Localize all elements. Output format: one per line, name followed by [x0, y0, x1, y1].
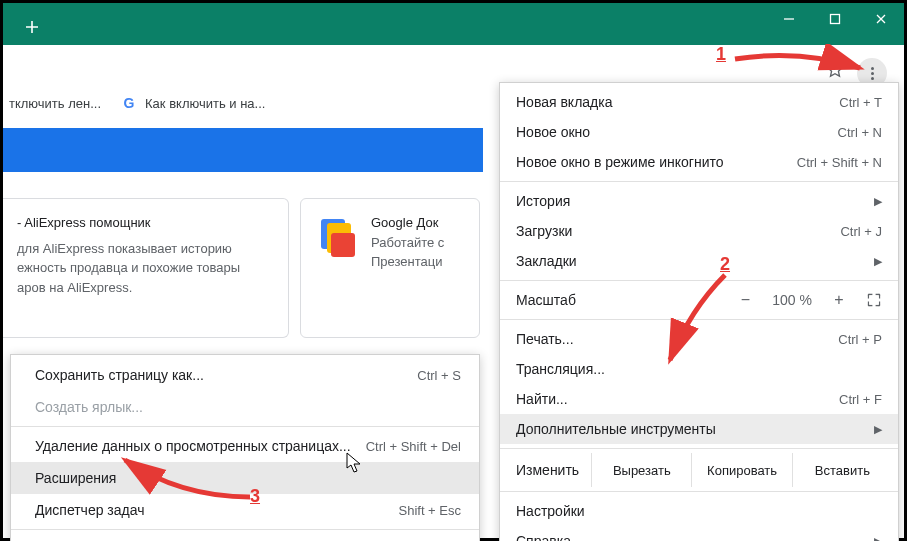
zoom-out-button[interactable]: −: [734, 291, 756, 309]
submenu-dev-tools[interactable]: Инструменты разработчика Ctrl + Shift + …: [11, 533, 479, 541]
minimize-button[interactable]: [766, 3, 812, 35]
annotation-number-2: 2: [720, 254, 730, 275]
extension-card-aliexpress: - AliExpress помощник для AliExpress пок…: [3, 198, 289, 338]
menu-help[interactable]: Справка ▶: [500, 526, 898, 541]
menu-cut[interactable]: Вырезать: [591, 453, 691, 487]
new-tab-button[interactable]: [17, 12, 47, 42]
submenu-extensions[interactable]: Расширения: [11, 462, 479, 494]
menu-settings[interactable]: Настройки: [500, 496, 898, 526]
menu-zoom: Масштаб − 100 % +: [500, 285, 898, 315]
submenu-save-page[interactable]: Сохранить страницу как... Ctrl + S: [11, 359, 479, 391]
menu-more-tools[interactable]: Дополнительные инструменты ▶: [500, 414, 898, 444]
close-button[interactable]: [858, 3, 904, 35]
menu-incognito[interactable]: Новое окно в режиме инкогнито Ctrl + Shi…: [500, 147, 898, 177]
zoom-in-button[interactable]: +: [828, 291, 850, 309]
menu-paste[interactable]: Вставить: [792, 453, 892, 487]
annotation-number-3: 3: [250, 486, 260, 507]
bookmark-item[interactable]: тключить лен...: [9, 96, 101, 111]
menu-bookmarks[interactable]: Закладки ▶: [500, 246, 898, 276]
content-header-band: [3, 128, 483, 172]
bookmark-label: Как включить и на...: [145, 96, 265, 111]
fullscreen-icon[interactable]: [868, 294, 881, 307]
card-title: - AliExpress помощник: [17, 213, 274, 233]
card-title: Google Док: [371, 213, 444, 233]
menu-new-window[interactable]: Новое окно Ctrl + N: [500, 117, 898, 147]
chevron-right-icon: ▶: [874, 255, 882, 268]
menu-find[interactable]: Найти... Ctrl + F: [500, 384, 898, 414]
menu-copy[interactable]: Копировать: [691, 453, 791, 487]
submenu-task-manager[interactable]: Диспетчер задач Shift + Esc: [11, 494, 479, 526]
maximize-button[interactable]: [812, 3, 858, 35]
bookmark-label: тключить лен...: [9, 96, 101, 111]
zoom-value: 100 %: [772, 292, 812, 308]
extension-card-google-docs: Google Док Работайте с Презентаци: [300, 198, 480, 338]
annotation-number-1: 1: [716, 44, 726, 65]
chevron-right-icon: ▶: [874, 423, 882, 436]
menu-cast[interactable]: Трансляция...: [500, 354, 898, 384]
mouse-cursor-icon: [346, 452, 364, 474]
chevron-right-icon: ▶: [874, 535, 882, 542]
submenu-create-shortcut: Создать ярлык...: [11, 391, 479, 423]
menu-edit-row: Изменить Вырезать Копировать Вставить: [500, 453, 898, 487]
bookmark-item[interactable]: G Как включить и на...: [121, 95, 265, 111]
menu-new-tab[interactable]: Новая вкладка Ctrl + T: [500, 87, 898, 117]
svg-rect-0: [831, 15, 840, 24]
google-docs-icon: [315, 219, 357, 261]
titlebar: [3, 3, 904, 45]
submenu-clear-browsing-data[interactable]: Удаление данных о просмотренных страница…: [11, 430, 479, 462]
main-menu: Новая вкладка Ctrl + T Новое окно Ctrl +…: [499, 82, 899, 541]
menu-history[interactable]: История ▶: [500, 186, 898, 216]
menu-downloads[interactable]: Загрузки Ctrl + J: [500, 216, 898, 246]
bookmark-star-icon[interactable]: [825, 60, 845, 84]
menu-print[interactable]: Печать... Ctrl + P: [500, 324, 898, 354]
google-icon: G: [121, 95, 137, 111]
more-tools-submenu: Сохранить страницу как... Ctrl + S Созда…: [10, 354, 480, 541]
chevron-right-icon: ▶: [874, 195, 882, 208]
